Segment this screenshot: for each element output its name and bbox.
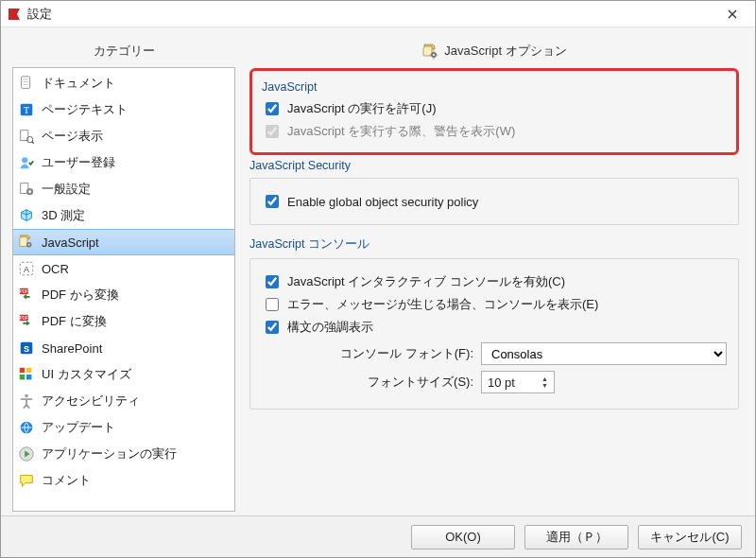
window-title: 設定: [27, 6, 715, 23]
app-icon: [7, 7, 22, 22]
svg-rect-2: [23, 81, 27, 82]
global-security-label: Enable global object security policy: [287, 195, 478, 209]
show-on-error-label: エラー、メッセージが生じる場合、コンソールを表示(E): [287, 296, 598, 313]
category-icon: PDF: [17, 286, 36, 305]
category-icon: [17, 471, 36, 490]
group-title-javascript: JavaScript: [262, 80, 727, 94]
chevron-down-icon: ▼: [541, 382, 548, 389]
category-list[interactable]: ドキュメントTページテキストページ表示ユーザー登録一般設定3D 測定JavaSc…: [12, 67, 235, 512]
category-icon: [17, 392, 36, 410]
category-label: アクセシビリティ: [42, 392, 140, 410]
enable-javascript-label: JavaScript の実行を許可(J): [287, 100, 436, 117]
category-item[interactable]: アップデート: [13, 414, 234, 441]
category-icon: A: [17, 259, 36, 278]
category-label: 3D 測定: [42, 207, 85, 224]
javascript-group-highlight: JavaScript JavaScript の実行を許可(J) JavaScri…: [249, 68, 739, 155]
svg-point-12: [28, 190, 31, 193]
category-label: PDF に変換: [42, 313, 107, 330]
category-icon: PDF: [17, 312, 36, 331]
category-icon: [17, 180, 36, 199]
spin-arrows[interactable]: ▲ ▼: [541, 375, 548, 389]
category-label: JavaScript: [42, 235, 99, 250]
cancel-button[interactable]: キャンセル(C): [638, 525, 742, 549]
svg-text:PDF: PDF: [20, 289, 28, 294]
svg-rect-24: [26, 368, 31, 373]
category-item[interactable]: コメント: [13, 467, 234, 494]
interactive-console-label: JavaScript インタラクティブ コンソールを有効(C): [287, 273, 565, 290]
category-icon: [17, 127, 36, 146]
category-label: ページ表示: [42, 128, 103, 145]
category-item[interactable]: Tページテキスト: [13, 96, 234, 123]
category-item[interactable]: PDFPDF から変換: [13, 282, 234, 308]
svg-point-9: [22, 157, 27, 163]
global-security-checkbox[interactable]: [266, 195, 279, 208]
category-icon: [17, 233, 36, 252]
svg-rect-0: [22, 77, 30, 89]
category-label: アプリケーションの実行: [42, 445, 177, 462]
chevron-up-icon: ▲: [541, 375, 548, 382]
options-header: JavaScript オプション: [245, 39, 744, 67]
category-icon: [17, 418, 36, 437]
category-icon: [17, 365, 36, 384]
category-item[interactable]: SSharePoint: [13, 335, 234, 361]
font-size-spinner[interactable]: 10 pt ▲ ▼: [481, 371, 555, 393]
category-header: カテゴリー: [12, 39, 235, 67]
svg-text:PDF: PDF: [20, 316, 28, 321]
category-item[interactable]: ユーザー登録: [13, 149, 234, 176]
category-label: ページテキスト: [42, 101, 128, 118]
category-label: PDF から変換: [42, 287, 119, 304]
category-label: ドキュメント: [42, 75, 115, 92]
options-header-label: JavaScript オプション: [444, 43, 566, 60]
category-label: ユーザー登録: [42, 154, 115, 171]
syntax-highlight-label: 構文の強調表示: [287, 319, 373, 336]
font-size-label: フォントサイズ(S):: [262, 374, 473, 391]
dialog-footer: OK(O) 適用（Ｐ） キャンセル(C): [1, 515, 755, 557]
syntax-highlight-checkbox[interactable]: [266, 321, 279, 334]
category-icon: S: [17, 339, 36, 357]
enable-javascript-checkbox[interactable]: [266, 102, 279, 115]
category-item[interactable]: アクセシビリティ: [13, 388, 234, 414]
svg-point-32: [433, 54, 435, 56]
svg-text:S: S: [24, 344, 29, 354]
category-label: SharePoint: [42, 341, 102, 356]
titlebar: 設定: [1, 1, 755, 27]
svg-rect-26: [26, 375, 31, 379]
svg-point-14: [28, 244, 30, 246]
warn-javascript-checkbox: [266, 125, 279, 138]
svg-point-27: [25, 394, 28, 398]
close-button[interactable]: [715, 1, 749, 26]
apply-button[interactable]: 適用（Ｐ）: [524, 525, 628, 549]
svg-text:T: T: [24, 105, 29, 115]
category-item[interactable]: AOCR: [13, 255, 234, 282]
group-title-console: JavaScript コンソール: [249, 236, 739, 253]
ok-button[interactable]: OK(O): [411, 525, 515, 549]
category-item[interactable]: 3D 測定: [13, 202, 234, 229]
scroll-gear-icon: [421, 43, 438, 60]
category-item[interactable]: ドキュメント: [13, 70, 234, 96]
category-icon: [17, 206, 36, 225]
svg-rect-3: [23, 84, 27, 85]
category-icon: [17, 74, 36, 93]
category-label: アップデート: [42, 419, 115, 436]
svg-text:A: A: [24, 265, 29, 274]
svg-line-8: [32, 142, 34, 144]
font-size-value: 10 pt: [488, 375, 515, 390]
category-icon: [17, 153, 36, 172]
show-on-error-checkbox[interactable]: [266, 298, 279, 311]
warn-javascript-label: JavaScript を実行する際、警告を表示(W): [287, 123, 515, 140]
console-font-label: コンソール フォント(F):: [262, 345, 473, 362]
category-item[interactable]: 一般設定: [13, 176, 234, 202]
category-item[interactable]: UI カスタマイズ: [13, 361, 234, 388]
interactive-console-checkbox[interactable]: [266, 275, 279, 288]
category-label: UI カスタマイズ: [42, 366, 131, 383]
category-label: コメント: [42, 472, 91, 489]
console-font-select[interactable]: Consolas: [481, 342, 727, 365]
group-title-security: JavaScript Security: [249, 159, 739, 172]
category-label: OCR: [42, 262, 69, 276]
category-item[interactable]: アプリケーションの実行: [13, 441, 234, 467]
svg-rect-23: [20, 368, 25, 373]
svg-rect-1: [23, 79, 27, 80]
category-item[interactable]: JavaScript: [13, 229, 234, 255]
category-item[interactable]: ページ表示: [13, 123, 234, 149]
category-item[interactable]: PDFPDF に変換: [13, 308, 234, 335]
